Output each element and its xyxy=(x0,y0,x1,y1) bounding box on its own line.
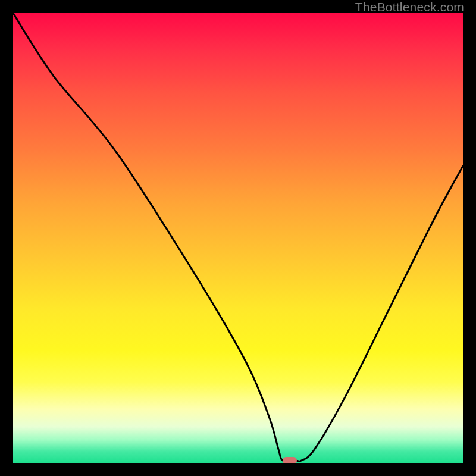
chart-frame: TheBottleneck.com xyxy=(0,0,476,476)
watermark: TheBottleneck.com xyxy=(355,0,464,14)
optimal-marker xyxy=(283,457,297,463)
bottleneck-curve xyxy=(13,13,463,463)
plot-area xyxy=(13,13,463,463)
